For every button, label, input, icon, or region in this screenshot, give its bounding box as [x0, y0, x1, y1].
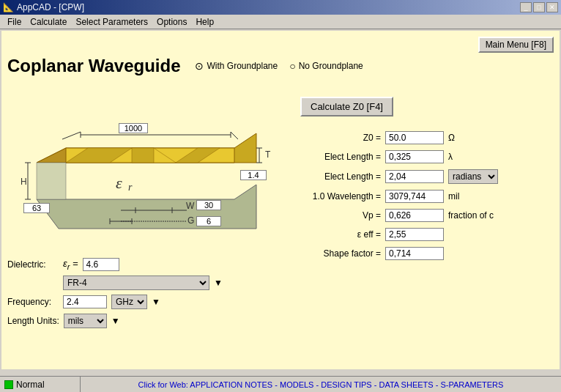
svg-marker-6 [132, 148, 154, 163]
svg-marker-0 [37, 185, 256, 229]
shape-factor-row: Shape factor = [300, 247, 554, 260]
status-normal: Normal [0, 377, 81, 392]
content-layout: ε r L T [7, 82, 554, 333]
app-icon: 📐 [3, 2, 14, 12]
vp-row: Vp = fraction of c [300, 209, 554, 222]
radio-no-groundplane-icon: ○ [289, 60, 295, 72]
with-groundplane-option[interactable]: ⊙ With Groundplane [195, 60, 278, 72]
svg-text:T: T [265, 149, 271, 160]
dielectric-label: Dielectric: [7, 259, 59, 270]
frequency-unit-select[interactable]: GHz MHz kHz Hz [111, 295, 147, 309]
shape-factor-label: Shape factor = [300, 248, 381, 259]
no-groundplane-option[interactable]: ○ No Groundplane [289, 60, 363, 72]
frequency-label: Frequency: [7, 297, 59, 307]
vp-unit: fraction of c [448, 210, 494, 221]
title-bar-controls: _ □ ✕ [520, 2, 558, 12]
elect-length1-label: Elect Length = [300, 152, 381, 162]
er-input[interactable] [83, 258, 119, 271]
z0-row: Z0 = Ω [300, 131, 554, 144]
right-side: Calculate Z0 [F4] Z0 = Ω Elect Length = … [300, 82, 554, 333]
svg-text:G: G [187, 215, 194, 226]
elect-length2-row: Elect Length = radians degrees [300, 169, 554, 184]
main-menu-button[interactable]: Main Menu [F8] [478, 37, 554, 53]
w-input[interactable] [196, 200, 221, 210]
elect-length2-label: Elect Length = [300, 171, 381, 182]
svg-line-16 [231, 132, 238, 139]
calculate-z0-button[interactable]: Calculate Z0 [F4] [300, 97, 393, 117]
no-groundplane-label: No Groundplane [299, 61, 363, 71]
main-content: Main Menu [F8] Coplanar Waveguide ⊙ With… [1, 31, 560, 369]
material-row: FR-4 Rogers 4003 Air Custom ▼ [7, 275, 286, 290]
menu-bar: File Calculate Select Parameters Options… [0, 15, 561, 29]
elect-length1-result[interactable] [385, 150, 444, 163]
wavelength-result[interactable] [385, 190, 444, 203]
waveguide-diagram: ε r L T [7, 82, 271, 243]
wavelength-label: 1.0 Wavelength = [300, 191, 381, 201]
e-eff-label: ε eff = [300, 229, 381, 240]
window-title: AppCAD - [CPW] [17, 2, 84, 12]
menu-select-parameters[interactable]: Select Parameters [71, 15, 152, 29]
form-section: Dielectric: εr = FR-4 Rogers 4003 Air Cu… [7, 258, 286, 328]
material-select[interactable]: FR-4 Rogers 4003 Air Custom [63, 275, 209, 290]
svg-text:ε: ε [116, 174, 122, 192]
t-input[interactable] [240, 170, 267, 180]
svg-line-15 [62, 132, 81, 139]
left-side: ε r L T [7, 82, 286, 333]
shape-factor-result[interactable] [385, 247, 444, 260]
length-units-label: Length Units: [7, 316, 59, 326]
top-bar: Main Menu [F8] [7, 37, 554, 53]
svg-text:H: H [21, 177, 27, 187]
vp-result[interactable] [385, 209, 444, 222]
menu-calculate[interactable]: Calculate [26, 15, 71, 29]
frequency-unit-arrow: ▼ [152, 297, 160, 307]
with-groundplane-label: With Groundplane [207, 61, 278, 71]
frequency-input[interactable] [63, 295, 107, 308]
groundplane-options: ⊙ With Groundplane ○ No Groundplane [195, 60, 363, 72]
length-units-arrow: ▼ [111, 316, 120, 326]
svg-marker-8 [37, 163, 66, 199]
elect-length1-row: Elect Length = λ [300, 150, 554, 163]
l-input[interactable] [119, 123, 148, 133]
length-units-select[interactable]: mils mm um inches [64, 314, 107, 328]
title-bar-left: 📐 AppCAD - [CPW] [3, 2, 84, 12]
title-bar: 📐 AppCAD - [CPW] _ □ ✕ [0, 0, 561, 15]
page-title: Coplanar Waveguide [7, 56, 180, 76]
title-row: Coplanar Waveguide ⊙ With Groundplane ○ … [7, 56, 554, 76]
wavelength-unit: mil [448, 191, 459, 201]
g-input[interactable] [196, 216, 221, 226]
wavelength-row: 1.0 Wavelength = mil [300, 190, 554, 203]
menu-help[interactable]: Help [191, 15, 218, 29]
elect-length2-result[interactable] [385, 170, 444, 183]
menu-options[interactable]: Options [152, 15, 191, 29]
dielectric-row: Dielectric: εr = [7, 258, 286, 271]
svg-text:W: W [186, 201, 195, 211]
e-eff-row: ε eff = [300, 228, 554, 241]
length-units-row: Length Units: mils mm um inches ▼ [7, 314, 286, 328]
frequency-row: Frequency: GHz MHz kHz Hz ▼ [7, 295, 286, 309]
menu-file[interactable]: File [3, 15, 26, 29]
z0-label: Z0 = [300, 133, 381, 143]
z0-unit: Ω [448, 133, 455, 143]
svg-text:r: r [128, 182, 133, 193]
minimize-button[interactable]: _ [520, 2, 532, 12]
vp-label: Vp = [300, 210, 381, 221]
er-label: εr = [63, 258, 78, 271]
z0-result[interactable] [385, 131, 444, 144]
maximize-button[interactable]: □ [533, 2, 545, 12]
svg-marker-3 [37, 148, 66, 163]
status-indicator-icon [4, 380, 13, 389]
e-eff-result[interactable] [385, 228, 444, 241]
h-input[interactable] [23, 203, 50, 213]
elect-length2-unit-select[interactable]: radians degrees [448, 169, 498, 184]
status-normal-label: Normal [16, 380, 45, 390]
material-dropdown-arrow: ▼ [214, 278, 223, 288]
radio-with-groundplane-icon: ⊙ [195, 60, 204, 72]
status-bar: Normal Click for Web: APPLICATION NOTES … [0, 376, 561, 392]
diagram-container: ε r L T [7, 82, 271, 251]
status-link[interactable]: Click for Web: APPLICATION NOTES - MODEL… [81, 380, 561, 389]
elect-length1-unit: λ [448, 152, 453, 162]
close-button[interactable]: ✕ [546, 2, 558, 12]
